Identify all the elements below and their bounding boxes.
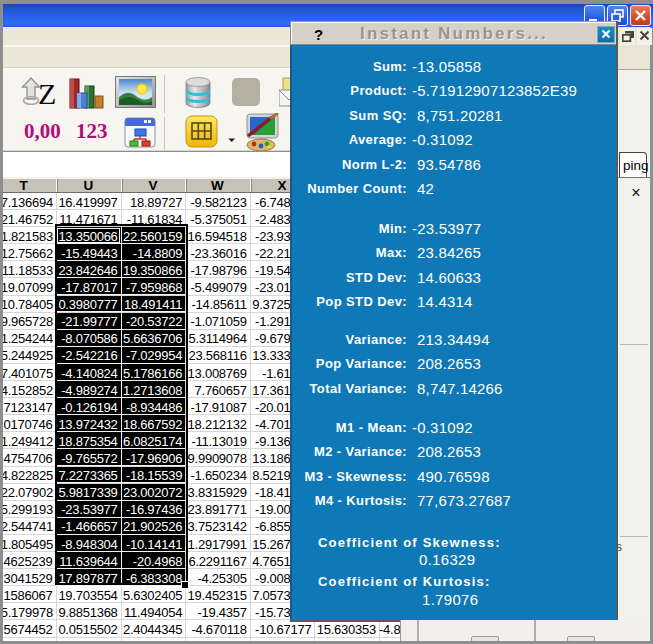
svg-text:Z: Z <box>38 77 56 107</box>
